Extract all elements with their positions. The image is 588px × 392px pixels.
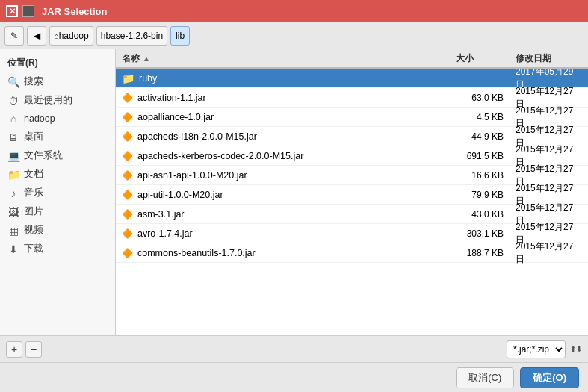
file-size-cell: 16.6 KB <box>450 170 510 181</box>
jar-icon: 🔶 <box>122 228 133 239</box>
edit-icon: ✎ <box>10 31 18 41</box>
close-button[interactable]: ✕ <box>6 5 18 17</box>
col-name-header[interactable]: 名称 ▲ <box>116 52 450 65</box>
breadcrumb-hadoop-label: hadoop <box>59 31 89 41</box>
bottom-left: + − <box>6 341 42 358</box>
sidebar-item-search[interactable]: 🔍 搜索 <box>0 72 115 91</box>
filter-arrows: ⬆⬇ <box>570 345 582 353</box>
add-button[interactable]: + <box>6 341 22 358</box>
sidebar-label-pictures: 图片 <box>24 205 43 218</box>
sidebar: 位置(R) 🔍 搜索 ⏱ 最近使用的 ⌂ hadoop 🖥 桌面 💻 文件系统 … <box>0 49 116 335</box>
sidebar-item-pictures[interactable]: 🖼 图片 <box>0 202 115 221</box>
bottom-toolbar: + − *.jar;*.zip*.jar*.zip所有文件 ⬆⬇ <box>0 335 588 362</box>
breadcrumb-hbase[interactable]: hbase-1.2.6-bin <box>96 26 167 46</box>
sidebar-icon-desktop: 🖥 <box>7 131 19 143</box>
sidebar-item-desktop[interactable]: 🖥 桌面 <box>0 128 115 146</box>
sidebar-icon-documents: 📁 <box>7 169 19 181</box>
sidebar-icon-search: 🔍 <box>7 76 19 88</box>
window-title: JAR Selection <box>42 6 107 17</box>
toolbar: ✎ ◀ ⌂ hadoop hbase-1.2.6-bin lib <box>0 22 588 49</box>
sidebar-label-documents: 文档 <box>24 168 43 181</box>
breadcrumb-lib[interactable]: lib <box>170 26 190 46</box>
jar-icon: 🔶 <box>122 112 133 122</box>
file-name-cell: 🔶 apacheds-i18n-2.0.0-M15.jar <box>116 131 450 142</box>
sidebar-icon-hadoop: ⌂ <box>7 113 19 125</box>
jar-icon: 🔶 <box>122 131 133 142</box>
breadcrumb-hadoop[interactable]: ⌂ hadoop <box>49 26 93 46</box>
sidebar-label-recent: 最近使用的 <box>24 94 72 107</box>
confirm-button[interactable]: 确定(O) <box>520 367 579 388</box>
file-size-cell: 691.5 KB <box>450 151 510 161</box>
file-size-cell: 188.7 KB <box>450 248 510 258</box>
sidebar-label-videos: 视频 <box>24 224 43 237</box>
jar-icon: 🔶 <box>122 93 133 103</box>
sidebar-label-music: 音乐 <box>24 187 43 199</box>
location-label: 位置(R) <box>7 57 38 69</box>
remove-icon: − <box>31 343 37 355</box>
sidebar-icon-downloads: ⬇ <box>7 243 19 255</box>
file-name: commons-beanutils-1.7.0.jar <box>137 248 256 258</box>
edit-button[interactable]: ✎ <box>4 26 24 46</box>
filelist-container: 名称 ▲ 大小 修改日期 📁 ruby 2017年05月29日 🔶 activa… <box>116 49 588 335</box>
sidebar-icon-videos: ▦ <box>7 225 19 237</box>
sidebar-item-hadoop[interactable]: ⌂ hadoop <box>0 110 115 128</box>
jar-icon: 🔶 <box>122 190 133 200</box>
sidebar-label-desktop: 桌面 <box>24 131 43 143</box>
jar-icon: 🔶 <box>122 248 133 258</box>
cancel-button[interactable]: 取消(C) <box>456 367 514 388</box>
file-name: apacheds-kerberos-codec-2.0.0-M15.jar <box>137 151 303 161</box>
file-name: apacheds-i18n-2.0.0-M15.jar <box>137 131 257 142</box>
file-name-cell: 🔶 avro-1.7.4.jar <box>116 228 450 239</box>
col-size-header[interactable]: 大小 <box>450 52 510 65</box>
file-name: activation-1.1.jar <box>137 93 206 103</box>
sidebar-item-documents[interactable]: 📁 文档 <box>0 165 115 184</box>
file-name: api-util-1.0.0-M20.jar <box>137 190 223 200</box>
sidebar-label-filesystem: 文件系统 <box>24 149 63 162</box>
file-name-cell: 🔶 api-util-1.0.0-M20.jar <box>116 190 450 200</box>
main-area: 位置(R) 🔍 搜索 ⏱ 最近使用的 ⌂ hadoop 🖥 桌面 💻 文件系统 … <box>0 49 588 335</box>
sidebar-location-label: 位置(R) <box>0 54 115 72</box>
file-name: aopalliance-1.0.jar <box>137 112 214 122</box>
breadcrumb-hbase-label: hbase-1.2.6-bin <box>101 31 163 41</box>
sidebar-icon-filesystem: 💻 <box>7 150 19 162</box>
filelist-body[interactable]: 📁 ruby 2017年05月29日 🔶 activation-1.1.jar … <box>116 69 588 335</box>
file-name-cell: 🔶 aopalliance-1.0.jar <box>116 112 450 122</box>
sidebar-item-filesystem[interactable]: 💻 文件系统 <box>0 146 115 165</box>
file-size-cell: 44.9 KB <box>450 131 510 142</box>
sidebar-label-hadoop: hadoop <box>24 113 55 124</box>
breadcrumb-lib-label: lib <box>176 31 185 41</box>
minimize-button[interactable] <box>22 5 34 17</box>
file-size-cell: 79.9 KB <box>450 190 510 200</box>
filter-select[interactable]: *.jar;*.zip*.jar*.zip所有文件 <box>507 340 566 358</box>
file-name-cell: 🔶 api-asn1-api-1.0.0-M20.jar <box>116 170 450 181</box>
file-name: avro-1.7.4.jar <box>137 228 193 239</box>
jar-icon: 🔶 <box>122 170 133 181</box>
col-date-header[interactable]: 修改日期 <box>510 52 588 65</box>
remove-button[interactable]: − <box>25 341 42 358</box>
sidebar-item-downloads[interactable]: ⬇ 下载 <box>0 240 115 258</box>
file-size-cell: 4.5 KB <box>450 112 510 122</box>
sidebar-icon-recent: ⏱ <box>7 95 19 107</box>
back-button[interactable]: ◀ <box>27 26 46 46</box>
sidebar-item-videos[interactable]: ▦ 视频 <box>0 221 115 240</box>
sidebar-label-search: 搜索 <box>24 75 43 88</box>
sort-arrow: ▲ <box>143 55 150 63</box>
file-name: api-asn1-api-1.0.0-M20.jar <box>137 170 247 181</box>
file-size-cell: 63.0 KB <box>450 93 510 103</box>
table-row[interactable]: 🔶 commons-beanutils-1.7.0.jar 188.7 KB 2… <box>116 243 588 263</box>
sidebar-item-recent[interactable]: ⏱ 最近使用的 <box>0 91 115 110</box>
sidebar-item-music[interactable]: ♪ 音乐 <box>0 184 115 202</box>
file-name-cell: 🔶 apacheds-kerberos-codec-2.0.0-M15.jar <box>116 151 450 161</box>
file-size-cell: 43.0 KB <box>450 209 510 220</box>
file-name-cell: 🔶 asm-3.1.jar <box>116 209 450 220</box>
sidebar-items: 🔍 搜索 ⏱ 最近使用的 ⌂ hadoop 🖥 桌面 💻 文件系统 📁 文档 ♪… <box>0 72 115 258</box>
home-icon: ⌂ <box>54 31 59 40</box>
file-name-cell: 🔶 activation-1.1.jar <box>116 93 450 103</box>
add-icon: + <box>11 343 17 355</box>
file-name-cell: 📁 ruby <box>116 72 450 84</box>
folder-icon: 📁 <box>122 72 134 84</box>
sidebar-icon-pictures: 🖼 <box>7 206 19 218</box>
bottom-right: *.jar;*.zip*.jar*.zip所有文件 ⬆⬇ <box>507 340 582 358</box>
file-size-cell: 303.1 KB <box>450 228 510 239</box>
sidebar-label-downloads: 下载 <box>24 243 43 255</box>
